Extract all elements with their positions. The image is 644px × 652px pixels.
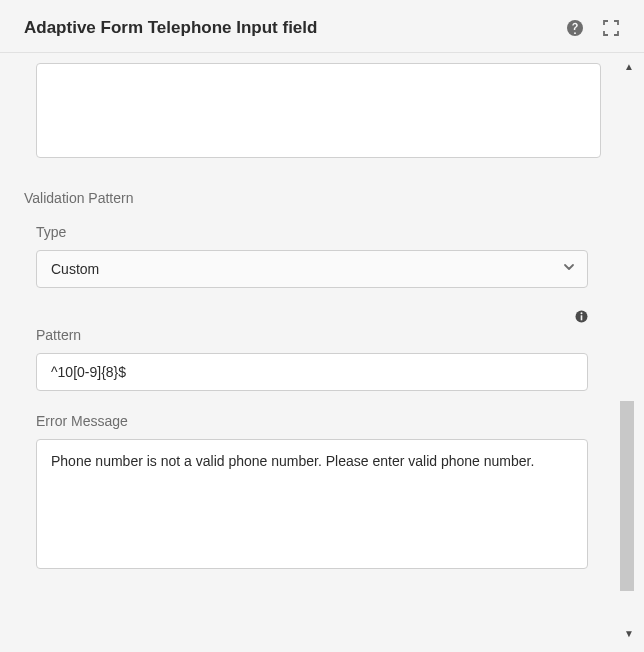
upper-textarea[interactable] bbox=[36, 63, 601, 158]
pattern-label: Pattern bbox=[36, 327, 620, 343]
type-select-wrap: Custom bbox=[36, 250, 588, 288]
type-label: Type bbox=[36, 224, 620, 240]
fullscreen-icon[interactable] bbox=[602, 19, 620, 37]
svg-point-3 bbox=[581, 312, 583, 314]
error-message-label: Error Message bbox=[36, 413, 620, 429]
info-icon[interactable] bbox=[575, 310, 588, 323]
scroll-down-arrow-icon[interactable]: ▼ bbox=[624, 628, 634, 639]
type-field: Type Custom bbox=[36, 224, 620, 288]
header-actions bbox=[566, 19, 620, 37]
error-message-field: Error Message Phone number is not a vali… bbox=[36, 413, 620, 573]
properties-panel: Adaptive Form Telephone Input field ▲ bbox=[0, 0, 644, 652]
help-icon[interactable] bbox=[566, 19, 584, 37]
validation-section: Type Custom bbox=[24, 224, 620, 573]
pattern-input[interactable] bbox=[36, 353, 588, 391]
scroll-up-arrow-icon[interactable]: ▲ bbox=[624, 61, 634, 72]
content: Validation Pattern Type Custom bbox=[0, 53, 644, 615]
pattern-field: Pattern bbox=[36, 310, 620, 391]
scrollbar-thumb[interactable] bbox=[620, 401, 634, 591]
type-select[interactable]: Custom bbox=[36, 250, 588, 288]
svg-rect-2 bbox=[581, 315, 583, 320]
validation-section-label: Validation Pattern bbox=[24, 190, 620, 206]
content-scroll-area: ▲ Validation Pattern Type Custom bbox=[0, 53, 644, 645]
panel-header: Adaptive Form Telephone Input field bbox=[0, 0, 644, 53]
error-message-textarea[interactable]: Phone number is not a valid phone number… bbox=[36, 439, 588, 569]
panel-title: Adaptive Form Telephone Input field bbox=[24, 18, 317, 38]
